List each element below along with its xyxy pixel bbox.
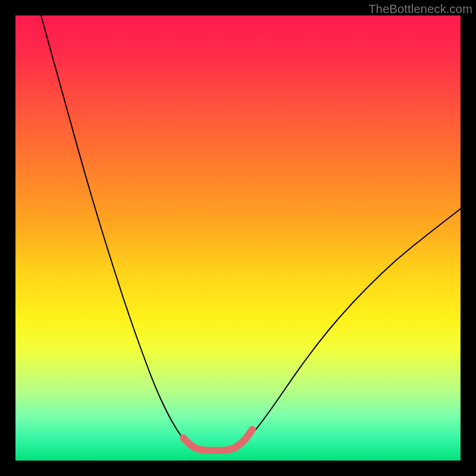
curve-left-branch (41, 15, 201, 450)
chart-area (15, 15, 461, 461)
curve-right-branch (234, 209, 461, 450)
watermark-text: TheBottleneck.com (368, 2, 472, 16)
curve-bottom-highlight (183, 430, 252, 450)
plot-svg (15, 15, 461, 461)
